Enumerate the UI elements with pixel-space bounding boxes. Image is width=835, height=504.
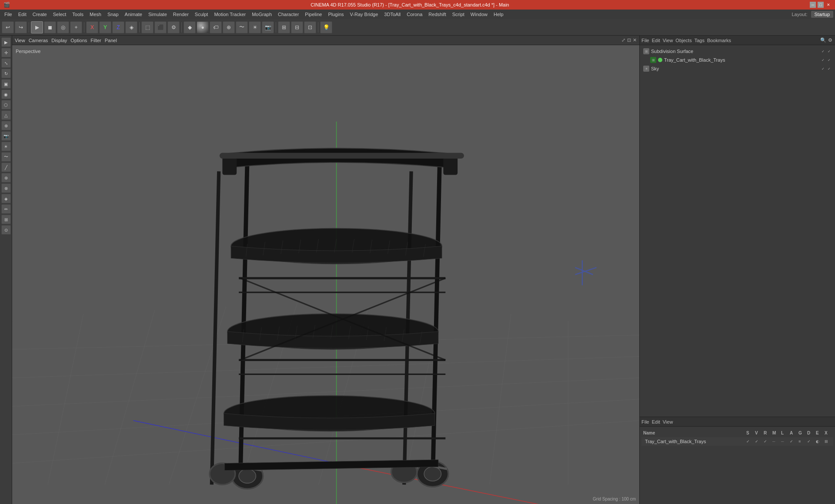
menu-redshift[interactable]: Redshift xyxy=(426,11,448,18)
tool-rotate[interactable]: ↻ xyxy=(1,69,11,78)
tool-light[interactable]: ☀ xyxy=(1,142,11,151)
viewport-tab-view[interactable]: View xyxy=(15,38,25,43)
attr-tab-edit[interactable]: Edit xyxy=(652,419,660,424)
menu-pipeline[interactable]: Pipeline xyxy=(302,11,324,18)
attr-data-row[interactable]: Tray_Cart_with_Black_Trays ✓ ✓ ✓ ─ ─ ✓ ≡… xyxy=(641,437,833,446)
floor-button[interactable]: ⊡ xyxy=(304,21,316,33)
object-button[interactable]: ◈ xyxy=(125,21,137,33)
tool-null[interactable]: ⊕ xyxy=(1,121,11,130)
attr-m-val[interactable]: ─ xyxy=(772,439,779,444)
menu-create[interactable]: Create xyxy=(30,11,50,18)
menu-character[interactable]: Character xyxy=(275,11,301,18)
minimize-button[interactable]: ─ xyxy=(810,2,816,8)
om-tab-tags[interactable]: Tags xyxy=(695,38,705,43)
menu-plugins[interactable]: Plugins xyxy=(325,11,346,18)
om-render-action[interactable]: ✓ xyxy=(826,49,832,54)
add-object-button[interactable]: + xyxy=(70,21,82,33)
grid-button[interactable]: ⊞ xyxy=(278,21,290,33)
viewport-tab-cameras[interactable]: Cameras xyxy=(29,38,48,43)
attr-e-val[interactable]: ◐ xyxy=(816,439,823,444)
render-view-button[interactable]: ⬛ xyxy=(154,21,167,33)
menu-vray[interactable]: V-Ray Bridge xyxy=(347,11,381,18)
viewport-maximize-icon[interactable]: ⊡ xyxy=(627,37,631,43)
tool-poly[interactable]: ◈ xyxy=(1,194,11,203)
viewport-close-icon[interactable]: ✕ xyxy=(633,37,637,43)
y-axis-button[interactable]: Y xyxy=(99,21,111,33)
om-item-sky[interactable]: ☀ Sky ✓ ✓ xyxy=(641,64,833,73)
viewport-tab-panel[interactable]: Panel xyxy=(105,38,117,43)
attr-d-val[interactable]: ✓ xyxy=(807,439,814,444)
texture-button[interactable]: ◎ xyxy=(57,21,69,33)
menu-sculpt[interactable]: Sculpt xyxy=(192,11,211,18)
om-tray-vis[interactable]: ✓ xyxy=(820,57,825,63)
tool-camera[interactable]: 📷 xyxy=(1,131,11,141)
render-region-button[interactable]: ⬚ xyxy=(141,21,154,33)
tool-cone[interactable]: △ xyxy=(1,110,11,120)
redo-button[interactable]: ↪ xyxy=(15,21,27,33)
om-search-icon[interactable]: 🔍 xyxy=(820,37,826,43)
viewport-tab-options[interactable]: Options xyxy=(70,38,87,43)
tool-cylinder[interactable]: ⬡ xyxy=(1,100,11,109)
menu-simulate[interactable]: Simulate xyxy=(146,11,170,18)
om-tab-objects[interactable]: Objects xyxy=(675,38,691,43)
deform-button[interactable]: 〜 xyxy=(236,21,248,33)
undo-button[interactable]: ↩ xyxy=(2,21,14,33)
menu-script[interactable]: Script xyxy=(450,11,467,18)
x-axis-button[interactable]: X xyxy=(86,21,98,33)
lamp-button[interactable]: 💡 xyxy=(320,21,332,33)
live-select-button[interactable]: ▶ xyxy=(31,21,43,33)
om-tray-render[interactable]: ✓ xyxy=(826,57,832,63)
menu-mesh[interactable]: Mesh xyxy=(87,11,104,18)
menu-3dtall[interactable]: 3DToAll xyxy=(381,11,403,18)
attr-x-val[interactable]: ⊞ xyxy=(825,439,832,444)
om-sky-vis[interactable]: ✓ xyxy=(820,66,825,71)
om-sky-render[interactable]: ✓ xyxy=(826,66,832,71)
om-item-subdivision-surface[interactable]: ⊞ Subdivision Surface ✓ ✓ xyxy=(641,47,833,56)
z-axis-button[interactable]: Z xyxy=(112,21,124,33)
light-button[interactable]: ☀ xyxy=(249,21,261,33)
tool-deform[interactable]: ⊗ xyxy=(1,183,11,193)
tool-bend[interactable]: 〜 xyxy=(1,152,11,162)
tool-pen[interactable]: ✏ xyxy=(1,204,11,214)
viewport-tab-filter[interactable]: Filter xyxy=(90,38,101,43)
om-settings-icon[interactable]: ⚙ xyxy=(827,37,833,43)
tool-scale[interactable]: ⤡ xyxy=(1,58,11,68)
tool-cursor[interactable]: ▶ xyxy=(1,37,11,47)
menu-mograph[interactable]: MoGraph xyxy=(249,11,274,18)
attr-a-val[interactable]: ✓ xyxy=(790,439,797,444)
om-tab-file[interactable]: File xyxy=(641,38,649,43)
objects-button[interactable]: ◆ xyxy=(184,21,196,33)
menu-window[interactable]: Window xyxy=(468,11,490,18)
menu-corona[interactable]: Corona xyxy=(404,11,425,18)
attr-v-val[interactable]: ✓ xyxy=(755,439,762,444)
window-controls[interactable]: ─ □ ✕ xyxy=(810,2,832,8)
layout-value[interactable]: Startup xyxy=(811,11,833,18)
om-tab-edit[interactable]: Edit xyxy=(652,38,660,43)
close-button[interactable]: ✕ xyxy=(825,2,832,8)
menu-motion-tracker[interactable]: Motion Tracker xyxy=(211,11,248,18)
menu-render[interactable]: Render xyxy=(170,11,191,18)
attr-tab-file[interactable]: File xyxy=(641,419,649,424)
tool-box[interactable]: ▣ xyxy=(1,79,11,89)
tool-brush[interactable]: ⊙ xyxy=(1,225,11,235)
attr-g-val[interactable]: ≡ xyxy=(798,439,805,444)
menu-file[interactable]: File xyxy=(2,11,15,18)
viewport[interactable]: Perspective xyxy=(12,45,639,504)
tag-button[interactable]: 🏷 xyxy=(210,21,222,33)
menu-edit[interactable]: Edit xyxy=(16,11,29,18)
menu-snap[interactable]: Snap xyxy=(105,11,121,18)
menu-tools[interactable]: Tools xyxy=(70,11,86,18)
render-settings-button[interactable]: ⚙ xyxy=(167,21,180,33)
menu-select[interactable]: Select xyxy=(50,11,69,18)
tool-measure[interactable]: ⊛ xyxy=(1,173,11,182)
tool-grid2[interactable]: ⊞ xyxy=(1,215,11,224)
maximize-button[interactable]: □ xyxy=(818,2,824,8)
attr-s-val[interactable]: ✓ xyxy=(746,439,753,444)
workplane-button[interactable]: ⊟ xyxy=(291,21,303,33)
model-button[interactable]: ◼ xyxy=(44,21,56,33)
om-tab-view[interactable]: View xyxy=(663,38,673,43)
camera-button[interactable]: 📷 xyxy=(262,21,274,33)
tool-sphere[interactable]: ◉ xyxy=(1,90,11,99)
attr-l-val[interactable]: ─ xyxy=(781,439,788,444)
viewport-tab-display[interactable]: Display xyxy=(51,38,67,43)
